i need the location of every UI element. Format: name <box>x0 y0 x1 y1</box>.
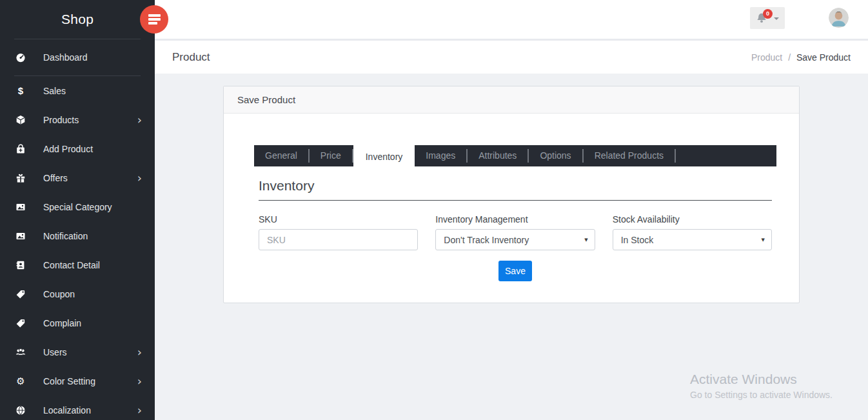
select-arrow-icon: ▼ <box>584 237 587 243</box>
sidebar-item-label: Add Product <box>43 144 93 154</box>
breadcrumb: Product / Save Product <box>751 52 851 63</box>
stock-availability-select[interactable]: In Stock ▼ <box>613 229 772 250</box>
gift-icon <box>14 173 27 183</box>
select-arrow-icon: ▼ <box>762 237 765 243</box>
notification-count-badge: 0 <box>763 9 773 19</box>
sidebar-item-label: Coupon <box>43 289 75 299</box>
tag-icon <box>14 318 27 328</box>
sidebar-item-label: Color Setting <box>43 376 95 386</box>
sidebar-item-label: Contact Detail <box>43 260 100 270</box>
sidebar-item-sales[interactable]: $ Sales <box>0 76 155 105</box>
tab-inventory[interactable]: Inventory <box>353 143 415 170</box>
image-icon <box>14 202 27 212</box>
image-icon <box>14 231 27 241</box>
inventory-management-group: Inventory Management Don't Track Invento… <box>435 214 595 250</box>
page-title: Product <box>172 51 210 64</box>
sidebar-item-products[interactable]: Products › <box>0 105 155 134</box>
tab-price[interactable]: Price <box>310 145 352 166</box>
contact-card-icon <box>14 260 27 270</box>
sidebar-item-label: Dashboard <box>43 52 88 63</box>
section-title: Inventory <box>259 178 775 194</box>
top-navbar: 0 <box>155 0 868 39</box>
tab-separator <box>675 149 676 163</box>
user-avatar[interactable] <box>829 8 849 28</box>
section-divider <box>259 200 772 201</box>
cube-icon <box>14 115 27 125</box>
sidebar-item-users[interactable]: Users › <box>0 337 155 366</box>
tab-related-products[interactable]: Related Products <box>584 145 675 166</box>
sidebar-item-special-category[interactable]: Special Category <box>0 192 155 221</box>
notifications-button[interactable]: 0 <box>750 7 785 29</box>
watermark-line1: Activate Windows <box>690 372 833 387</box>
product-tabs: General Price Inventory Images Attribute… <box>254 145 776 166</box>
sidebar-item-label: Localization <box>43 405 91 415</box>
sidebar-item-coupon[interactable]: Coupon <box>0 279 155 308</box>
tab-images[interactable]: Images <box>415 145 466 166</box>
tab-options[interactable]: Options <box>529 145 582 166</box>
card-title: Save Product <box>224 86 799 114</box>
sidebar-item-offers[interactable]: Offers › <box>0 163 155 192</box>
gear-icon: ⚙ <box>14 375 27 387</box>
chevron-right-icon: › <box>137 346 142 358</box>
form-actions: Save <box>259 261 772 281</box>
breadcrumb-current: Save Product <box>796 52 851 63</box>
sidebar-item-color-setting[interactable]: ⚙ Color Setting › <box>0 366 155 395</box>
sidebar-item-label: Complain <box>43 318 81 328</box>
inventory-management-label: Inventory Management <box>435 214 595 225</box>
stock-availability-label: Stock Availability <box>613 214 772 225</box>
sidebar-item-localization[interactable]: Localization › <box>0 395 155 420</box>
brand-title[interactable]: Shop <box>0 0 155 39</box>
tab-attributes[interactable]: Attributes <box>468 145 528 166</box>
bell-icon: 0 <box>756 12 767 24</box>
selected-value: In Stock <box>621 235 654 245</box>
inventory-management-select[interactable]: Don't Track Inventory ▼ <box>435 229 595 250</box>
page-header-bar: Product Product / Save Product <box>155 41 868 74</box>
save-button[interactable]: Save <box>498 261 532 281</box>
inventory-form-row: SKU Inventory Management Don't Track Inv… <box>259 214 772 250</box>
globe-icon <box>14 405 27 415</box>
sidebar-item-notification[interactable]: Notification <box>0 221 155 250</box>
sidebar-item-label: Products <box>43 115 79 125</box>
sidebar-item-label: Special Category <box>43 202 112 212</box>
selected-value: Don't Track Inventory <box>444 235 529 245</box>
sidebar: Shop Dashboard $ Sales Products › Add Pr… <box>0 0 155 420</box>
users-icon <box>14 347 27 357</box>
content-area: Save Product General Price Inventory Ima… <box>155 74 868 420</box>
sku-field-group: SKU <box>259 214 418 250</box>
menu-icon <box>148 14 161 25</box>
chevron-right-icon: › <box>137 114 142 126</box>
add-product-icon <box>14 144 27 154</box>
sidebar-item-label: Notification <box>43 231 88 241</box>
sidebar-item-label: Offers <box>43 173 68 183</box>
chevron-right-icon: › <box>137 172 142 184</box>
breadcrumb-product-link[interactable]: Product <box>751 52 782 63</box>
dollar-icon: $ <box>14 85 27 96</box>
caret-down-icon <box>774 17 779 20</box>
sidebar-item-label: Users <box>43 347 67 357</box>
sidebar-toggle-button[interactable] <box>140 5 168 34</box>
activate-windows-watermark: Activate Windows Go to Settings to activ… <box>690 372 833 400</box>
gauge-icon <box>14 52 27 63</box>
chevron-right-icon: › <box>137 375 142 387</box>
sidebar-item-complain[interactable]: Complain <box>0 308 155 337</box>
sidebar-item-add-product[interactable]: Add Product <box>0 134 155 163</box>
sidebar-item-dashboard[interactable]: Dashboard <box>0 39 155 75</box>
stock-availability-group: Stock Availability In Stock ▼ <box>613 214 772 250</box>
breadcrumb-separator: / <box>788 52 791 63</box>
sku-label: SKU <box>259 214 418 225</box>
card-body: General Price Inventory Images Attribute… <box>224 145 799 281</box>
sidebar-item-label: Sales <box>43 86 66 96</box>
watermark-line2: Go to Settings to activate Windows. <box>690 390 833 400</box>
tab-general[interactable]: General <box>254 145 308 166</box>
sku-input[interactable] <box>259 229 418 250</box>
sidebar-item-contact-detail[interactable]: Contact Detail <box>0 250 155 279</box>
save-product-card: Save Product General Price Inventory Ima… <box>223 86 800 303</box>
tag-icon <box>14 289 27 299</box>
chevron-right-icon: › <box>137 405 142 416</box>
